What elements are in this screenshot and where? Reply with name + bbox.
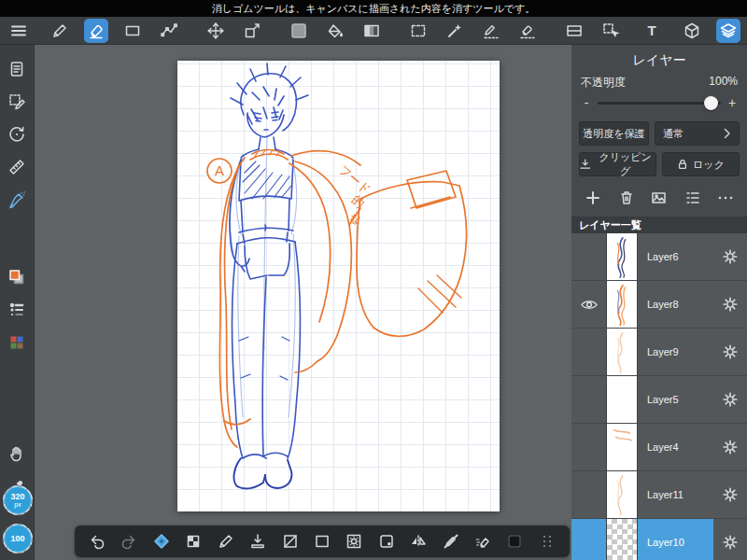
move-tool-button[interactable] [204,19,228,43]
layers-panel-button[interactable] [716,19,740,43]
layer-visibility-toggle[interactable] [571,519,606,560]
select-pen-side-button[interactable] [5,91,29,113]
layer-row[interactable]: Layer5 [571,376,747,424]
layer-visibility-toggle[interactable] [571,471,606,518]
layer-settings-button[interactable] [713,376,747,423]
select-rect-button[interactable] [406,19,430,43]
transform-icon [243,21,261,40]
transform-tool-button[interactable] [240,19,264,43]
layer-thumbnail [606,376,638,423]
layer-visibility-toggle[interactable] [571,233,606,280]
layer-visibility-toggle[interactable] [571,329,606,375]
layers-panel: レイヤー 不透明度 100% - + 透明度を保護 通常 [571,45,747,560]
merge-down-button[interactable] [247,530,269,553]
drag-handle[interactable] [536,530,558,553]
bucket-fill-button[interactable] [323,19,347,43]
polyline-tool-button[interactable] [157,19,181,43]
layer-row[interactable]: Layer11 [571,471,747,519]
filter-button[interactable] [343,530,365,553]
material-cube-button[interactable] [680,19,704,43]
layer-settings-button[interactable] [713,329,747,375]
opacity-slider[interactable]: - + [571,91,747,115]
material-button[interactable] [503,530,526,553]
layer-visibility-toggle[interactable] [571,424,606,470]
layer-list-options-button[interactable] [684,189,702,207]
rounded-rect-button[interactable] [375,530,398,553]
magic-wand-button[interactable] [443,19,467,43]
undo-button[interactable] [86,530,108,553]
top-toolbar: T [0,17,747,45]
brush-sizes-button[interactable] [5,299,29,321]
flip-button[interactable] [407,530,430,553]
gear-icon [722,439,739,455]
layer-settings-button[interactable] [713,233,747,280]
split-view-button[interactable] [562,19,586,43]
color-swatch-button[interactable] [287,19,311,43]
brush-size-badge[interactable]: 320 px [3,485,33,515]
opacity-plus-button[interactable]: + [726,95,739,110]
select-cursor-button[interactable] [599,19,623,43]
protect-alpha-label: 透明度を保護 [583,127,644,141]
layer-visibility-toggle[interactable] [571,281,606,328]
hand-icon [7,444,26,463]
pen-tip-button[interactable] [150,530,173,553]
layer-row[interactable]: Layer6 [571,233,747,281]
more-button[interactable] [716,189,735,207]
foreground-color-button[interactable] [5,266,29,288]
layer-row[interactable]: Layer8 [571,281,747,329]
shape-tool-button[interactable] [311,530,333,553]
select-eraser-button[interactable] [515,19,540,43]
palette-button[interactable] [5,331,29,354]
rectangle-tool-button[interactable] [120,19,145,43]
layer-row[interactable]: Layer10 [571,519,747,560]
layer-row[interactable]: Layer9 [571,329,747,376]
layer-settings-button[interactable] [713,281,747,328]
line-tool-icon [281,532,300,551]
opacity-minus-button[interactable]: - [580,95,593,110]
redo-button[interactable] [118,530,140,553]
layer-visibility-toggle[interactable] [571,376,606,423]
layer-row[interactable]: Layer4 [571,424,747,471]
brush-sizes-icon [7,301,26,319]
layer-settings-button[interactable] [713,471,747,518]
ruler-button[interactable] [5,156,29,178]
pen-button[interactable] [215,530,237,553]
text-tool-button[interactable]: T [640,19,664,43]
drawing-canvas[interactable]: A フード 的 な [177,61,500,511]
rotate-reset-button[interactable] [5,123,29,146]
blend-mode-button[interactable]: 通常 [655,121,740,146]
layer-settings-button[interactable] [713,424,747,470]
delete-layer-button[interactable] [617,189,636,207]
text-tool-icon: T [642,21,661,40]
airbrush-button[interactable] [5,189,29,211]
hand-tool-button[interactable] [5,442,29,465]
lock-icon [677,159,688,170]
opacity-slider-track[interactable] [598,102,721,105]
layer-name-label: Layer4 [638,424,713,470]
eraser-tool-button[interactable] [84,19,108,43]
gradient-tool-button[interactable] [359,19,384,43]
layer-thumbnail [606,424,638,470]
layer-settings-button[interactable] [713,519,747,560]
transparent-color-button[interactable] [182,530,204,553]
eraser-wipe-button[interactable] [472,530,494,553]
clipping-button[interactable]: クリッピング [579,152,656,176]
layer-name-label: Layer8 [638,281,713,328]
lock-button[interactable]: ロック [662,152,740,176]
layer-thumbnail [606,233,638,280]
draw-disable-button[interactable] [440,530,462,553]
line-tool-button[interactable] [279,530,302,553]
opacity-badge[interactable]: 100 [3,524,33,553]
layer-thumbnail [606,281,638,328]
opacity-slider-knob[interactable] [704,96,718,110]
annotation-note-1: フード [336,162,374,197]
protect-alpha-button[interactable]: 透明度を保護 [579,121,649,146]
annotation-note-3: な [348,211,362,226]
document-button[interactable] [5,58,29,80]
gear-icon [722,248,739,265]
import-image-button[interactable] [650,189,669,207]
add-layer-button[interactable] [584,189,602,207]
select-pen-button[interactable] [479,19,503,43]
pen-tool-button[interactable] [48,19,72,43]
menu-button[interactable] [7,19,31,43]
